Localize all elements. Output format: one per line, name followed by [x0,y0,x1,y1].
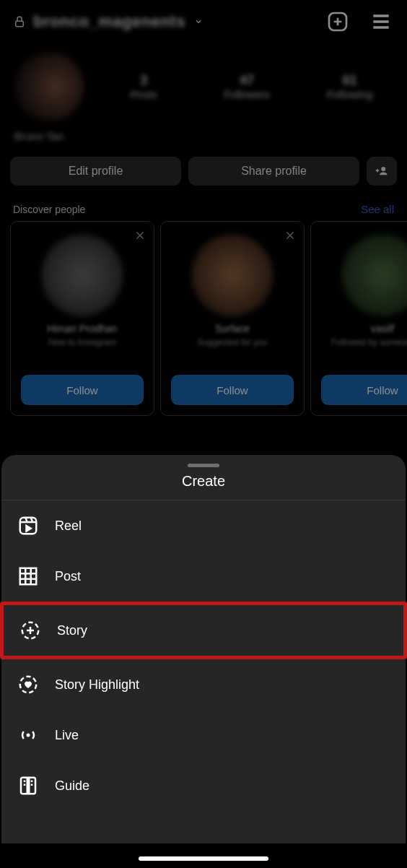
stats-row: 3 Posts 47 Followers 61 Following [0,43,407,126]
button-label: Follow [367,384,398,396]
header-right [326,10,393,33]
profile-buttons-row: Edit profile Share profile [0,149,407,193]
hamburger-menu-icon[interactable] [369,10,393,33]
see-all-link[interactable]: See all [361,203,394,215]
discover-label: Discover people [13,204,85,215]
header-left[interactable]: bronco_magenents [13,12,203,31]
create-menu: Reel Post Story Story Highlight Live [1,500,406,811]
profile-avatar[interactable] [14,52,84,121]
story-add-icon [19,620,41,641]
svg-rect-3 [20,518,37,534]
button-label: Follow [216,384,248,396]
close-icon[interactable] [134,229,146,242]
lock-icon [13,14,26,30]
svg-point-7 [27,734,30,737]
guide-book-icon [17,775,39,797]
button-label: Follow [66,384,97,396]
svg-rect-0 [16,21,24,27]
card-name: vasilf [371,323,394,334]
discover-cards-row[interactable]: Himan Prodhan New to Instagram Follow Su… [0,221,407,416]
stat-posts[interactable]: 3 Posts [101,73,187,100]
sheet-grabber[interactable] [188,464,219,467]
menu-item-label: Live [55,728,79,743]
menu-item-label: Post [55,569,81,584]
stat-num: 61 [343,73,357,88]
create-bottom-sheet[interactable]: Create Reel Post Story Story Highlight [1,455,406,843]
edit-profile-button[interactable]: Edit profile [10,157,181,186]
stat-label: Posts [131,88,158,100]
card-name: Himan Prodhan [47,323,117,334]
sheet-title: Create [1,473,406,500]
discover-people-header: Discover people See all [0,193,407,221]
follow-button[interactable]: Follow [321,375,407,405]
menu-item-label: Guide [55,778,89,794]
discover-card[interactable]: Surface Suggested for you Follow [160,221,305,416]
menu-item-reel[interactable]: Reel [1,500,406,551]
follow-button[interactable]: Follow [171,375,294,405]
stat-followers[interactable]: 47 Followers [204,73,290,100]
svg-point-2 [381,167,385,171]
menu-item-label: Reel [55,518,82,534]
profile-header: bronco_magenents [0,0,407,43]
card-avatar[interactable] [342,235,407,316]
share-profile-button[interactable]: Share profile [188,157,359,186]
menu-item-live[interactable]: Live [1,710,406,760]
card-name: Surface [215,323,250,334]
menu-item-label: Story Highlight [55,677,139,693]
add-friend-button[interactable] [367,157,397,186]
button-label: Share profile [241,165,307,178]
menu-item-label: Story [57,623,87,638]
username-label: bronco_magenents [33,12,185,31]
live-broadcast-icon [17,724,39,746]
menu-item-story[interactable]: Story [0,602,407,659]
card-subtitle: Suggested for you [193,337,271,347]
stat-label: Following [327,88,372,100]
stat-num: 3 [140,73,147,88]
menu-item-story-highlight[interactable]: Story Highlight [1,659,406,710]
home-indicator[interactable] [139,856,268,861]
card-avatar[interactable] [192,235,273,316]
discover-card[interactable]: Himan Prodhan New to Instagram Follow [10,221,154,416]
menu-item-post[interactable]: Post [1,551,406,602]
stat-num: 47 [240,73,254,88]
discover-card[interactable]: vasilf Followed by someone else Follow [310,221,407,416]
card-avatar[interactable] [42,235,123,316]
svg-rect-4 [20,568,37,585]
display-name: Bruno Tan [0,126,407,149]
add-friend-icon [374,165,390,178]
close-icon[interactable] [284,229,297,242]
follow-button[interactable]: Follow [21,375,144,405]
create-plus-icon[interactable] [326,10,349,33]
card-subtitle: New to Instagram [44,337,121,347]
card-subtitle: Followed by someone else [327,337,407,347]
highlight-heart-icon [17,674,39,695]
stat-following[interactable]: 61 Following [307,73,393,100]
menu-item-guide[interactable]: Guide [1,760,406,811]
grid-icon [17,565,39,587]
stat-label: Followers [224,88,270,100]
reel-icon [17,515,39,537]
chevron-down-icon [194,17,203,26]
button-label: Edit profile [69,165,123,178]
